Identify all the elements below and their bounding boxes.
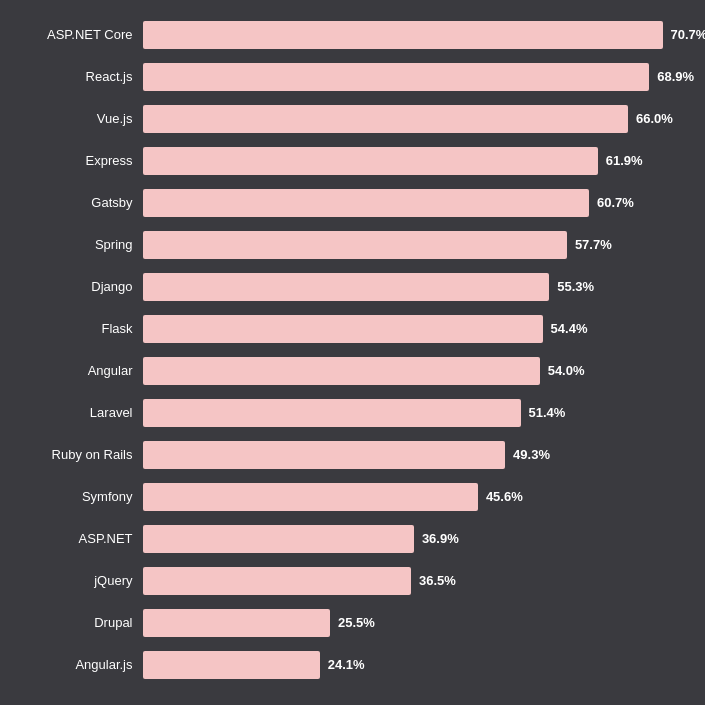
bar-label: jQuery bbox=[23, 573, 143, 588]
bar-row: Vue.js66.0% bbox=[23, 101, 683, 137]
bar-fill bbox=[143, 399, 521, 427]
bar-fill bbox=[143, 525, 414, 553]
bar-value: 54.4% bbox=[551, 321, 588, 336]
bar-label: Laravel bbox=[23, 405, 143, 420]
bar-fill bbox=[143, 189, 589, 217]
bar-label: ASP.NET Core bbox=[23, 27, 143, 42]
bar-fill bbox=[143, 567, 411, 595]
bar-value: 57.7% bbox=[575, 237, 612, 252]
bar-label: React.js bbox=[23, 69, 143, 84]
bar-wrapper: 60.7% bbox=[143, 189, 683, 217]
bar-wrapper: 54.4% bbox=[143, 315, 683, 343]
bar-fill bbox=[143, 63, 650, 91]
bar-label: Angular bbox=[23, 363, 143, 378]
bar-value: 24.1% bbox=[328, 657, 365, 672]
bar-label: Angular.js bbox=[23, 657, 143, 672]
bar-value: 54.0% bbox=[548, 363, 585, 378]
bar-fill bbox=[143, 609, 331, 637]
bar-wrapper: 70.7% bbox=[143, 21, 706, 49]
bar-fill bbox=[143, 315, 543, 343]
bar-value: 55.3% bbox=[557, 279, 594, 294]
bar-value: 68.9% bbox=[657, 69, 694, 84]
bar-row: Express61.9% bbox=[23, 143, 683, 179]
bar-value: 36.5% bbox=[419, 573, 456, 588]
bar-row: Spring57.7% bbox=[23, 227, 683, 263]
bar-fill bbox=[143, 651, 320, 679]
bar-wrapper: 25.5% bbox=[143, 609, 683, 637]
bar-row: Laravel51.4% bbox=[23, 395, 683, 431]
bar-fill bbox=[143, 105, 628, 133]
bar-fill bbox=[143, 357, 540, 385]
bar-chart: ASP.NET Core70.7%React.js68.9%Vue.js66.0… bbox=[13, 0, 693, 705]
bar-row: jQuery36.5% bbox=[23, 563, 683, 599]
bar-row: ASP.NET Core70.7% bbox=[23, 17, 683, 53]
bar-wrapper: 54.0% bbox=[143, 357, 683, 385]
bar-row: Angular54.0% bbox=[23, 353, 683, 389]
bar-value: 61.9% bbox=[606, 153, 643, 168]
bar-label: Express bbox=[23, 153, 143, 168]
bar-wrapper: 49.3% bbox=[143, 441, 683, 469]
bar-row: Angular.js24.1% bbox=[23, 647, 683, 683]
bar-fill bbox=[143, 21, 663, 49]
bar-fill bbox=[143, 273, 550, 301]
bar-row: Symfony45.6% bbox=[23, 479, 683, 515]
bar-row: Ruby on Rails49.3% bbox=[23, 437, 683, 473]
bar-fill bbox=[143, 147, 598, 175]
bar-row: Gatsby60.7% bbox=[23, 185, 683, 221]
bar-label: Flask bbox=[23, 321, 143, 336]
bar-fill bbox=[143, 441, 506, 469]
bar-label: Django bbox=[23, 279, 143, 294]
bar-row: Flask54.4% bbox=[23, 311, 683, 347]
bar-wrapper: 68.9% bbox=[143, 63, 695, 91]
bar-fill bbox=[143, 231, 567, 259]
bar-value: 66.0% bbox=[636, 111, 673, 126]
bar-label: Vue.js bbox=[23, 111, 143, 126]
bar-value: 45.6% bbox=[486, 489, 523, 504]
bar-wrapper: 51.4% bbox=[143, 399, 683, 427]
bar-label: Drupal bbox=[23, 615, 143, 630]
bar-value: 36.9% bbox=[422, 531, 459, 546]
bar-wrapper: 24.1% bbox=[143, 651, 683, 679]
bar-value: 70.7% bbox=[671, 27, 706, 42]
bar-label: Symfony bbox=[23, 489, 143, 504]
bar-wrapper: 36.5% bbox=[143, 567, 683, 595]
bar-value: 49.3% bbox=[513, 447, 550, 462]
bar-value: 60.7% bbox=[597, 195, 634, 210]
bar-label: ASP.NET bbox=[23, 531, 143, 546]
bar-wrapper: 36.9% bbox=[143, 525, 683, 553]
bar-row: Django55.3% bbox=[23, 269, 683, 305]
bar-wrapper: 57.7% bbox=[143, 231, 683, 259]
bar-wrapper: 66.0% bbox=[143, 105, 683, 133]
bar-row: Drupal25.5% bbox=[23, 605, 683, 641]
bar-row: React.js68.9% bbox=[23, 59, 683, 95]
bar-label: Spring bbox=[23, 237, 143, 252]
bar-label: Ruby on Rails bbox=[23, 447, 143, 462]
bar-row: ASP.NET36.9% bbox=[23, 521, 683, 557]
bar-wrapper: 61.9% bbox=[143, 147, 683, 175]
bar-fill bbox=[143, 483, 478, 511]
bar-value: 25.5% bbox=[338, 615, 375, 630]
bar-wrapper: 45.6% bbox=[143, 483, 683, 511]
bar-value: 51.4% bbox=[529, 405, 566, 420]
bar-wrapper: 55.3% bbox=[143, 273, 683, 301]
bar-label: Gatsby bbox=[23, 195, 143, 210]
